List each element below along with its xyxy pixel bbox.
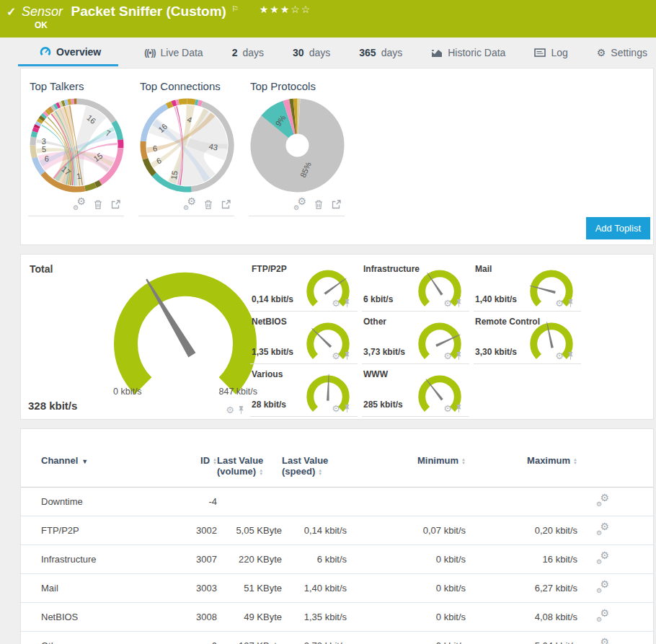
minimum-value: [347, 488, 466, 516]
channel-settings-icon[interactable]: ⚙⚙: [596, 524, 609, 535]
svg-text:6: 6: [152, 144, 157, 153]
toplist-top-talkers: Top Talkers 16715117653 ⚙⚙: [28, 79, 124, 216]
minimum-value: 0,07 kbit/s: [347, 516, 466, 545]
toplist-settings-icon[interactable]: ⚙⚙: [293, 198, 306, 210]
channel-settings-icon[interactable]: ⚙⚙: [596, 552, 609, 564]
column-header-channel[interactable]: Channel▼: [21, 452, 172, 488]
sort-icon: ▲▼: [573, 458, 577, 465]
top-connections-chord-chart[interactable]: 443156616: [138, 97, 236, 194]
external-link-icon[interactable]: [110, 199, 121, 210]
table-row-mail: Mail 3003 51 KByte 1,40 kbit/s 0 kbit/s …: [21, 574, 653, 603]
column-header-minimum[interactable]: Minimum▲▼: [347, 452, 466, 488]
gauge-settings-icon[interactable]: ⚙: [555, 299, 564, 308]
channel-value: 1,35 kbit/s: [252, 347, 293, 357]
toplist-top-protocols: Top Protocols 9%85% ⚙⚙: [249, 79, 345, 216]
toplist-title: Top Talkers: [30, 80, 124, 92]
pin-icon[interactable]: [238, 405, 244, 415]
gauge-settings-icon[interactable]: ⚙: [443, 299, 452, 308]
trash-icon[interactable]: [203, 199, 213, 210]
gauge-settings-icon[interactable]: ⚙: [443, 351, 452, 361]
flag-icon[interactable]: ⚐: [231, 4, 239, 13]
gauge-cell-remote-control: Remote Control 3,30 kbit/s ⚙: [474, 312, 581, 364]
channel-settings-icon[interactable]: ⚙⚙: [596, 639, 609, 644]
gauge-settings-icon[interactable]: ⚙: [332, 404, 340, 413]
tab-number: 365: [359, 47, 376, 58]
channel-value: 3,73 kbit/s: [363, 347, 405, 357]
channel-label: WWW: [363, 369, 388, 379]
channel-value: 1,40 kbit/s: [475, 294, 517, 304]
total-value: 328 kbit/s: [28, 400, 77, 412]
last-value-speed: 1,40 kbit/s: [282, 574, 347, 603]
pin-icon[interactable]: [567, 299, 574, 308]
pin-icon[interactable]: [456, 404, 462, 413]
tab-label: Live Data: [160, 47, 203, 58]
channel-value: 28 kbit/s: [252, 400, 286, 410]
gauge-settings-icon[interactable]: ⚙: [226, 405, 234, 415]
table-row-infrastructure: Infrastructure 3007 220 KByte 6 kbit/s 0…: [21, 545, 653, 574]
tab-overview[interactable]: Overview: [18, 39, 118, 66]
channel-settings-icon[interactable]: ⚙⚙: [596, 495, 609, 506]
pin-icon[interactable]: [456, 351, 462, 361]
external-link-icon[interactable]: [221, 199, 231, 210]
tab-30-days[interactable]: 30 days: [290, 39, 333, 66]
tab-log[interactable]: Log: [531, 39, 570, 66]
last-value-speed: 3,73 kbit/s: [282, 632, 347, 644]
channel-settings-icon[interactable]: ⚙⚙: [596, 581, 609, 593]
last-value-speed: 6 kbit/s: [282, 545, 347, 574]
channel-label: NetBIOS: [252, 317, 287, 327]
add-toplist-button[interactable]: Add Toplist: [586, 217, 650, 239]
gauge-settings-icon[interactable]: ⚙: [332, 299, 340, 308]
channel-value: 3,30 kbit/s: [475, 347, 517, 357]
top-talkers-chord-chart[interactable]: 16715117653: [28, 97, 125, 194]
channel-id: 3002: [172, 516, 217, 545]
pin-icon[interactable]: [344, 404, 350, 413]
top-protocols-pie-chart[interactable]: 9%85%: [249, 97, 346, 194]
gauge-settings-icon[interactable]: ⚙: [332, 351, 340, 361]
tab-label: days: [242, 47, 264, 58]
trash-icon[interactable]: [314, 199, 324, 210]
pin-icon[interactable]: [567, 351, 574, 361]
channel-id: 3003: [172, 574, 217, 603]
maximum-value: 16 kbit/s: [466, 545, 577, 574]
priority-stars[interactable]: ★★★☆☆: [260, 4, 312, 15]
tab-live-data[interactable]: ((•)) Live Data: [141, 39, 205, 66]
column-header-last-value-volume[interactable]: Last Value (volume)▲▼: [217, 452, 282, 488]
sort-desc-icon: ▼: [81, 458, 88, 465]
external-link-icon[interactable]: [331, 199, 342, 210]
gauge-cell-netbios: NetBIOS 1,35 kbit/s ⚙: [250, 312, 358, 364]
toplist-settings-icon[interactable]: ⚙⚙: [183, 198, 196, 210]
pin-icon[interactable]: [456, 299, 462, 308]
tab-historic-data[interactable]: Historic Data: [428, 39, 508, 66]
channel-value: 285 kbit/s: [363, 400, 403, 410]
tab-label: Log: [551, 47, 567, 58]
gauge-settings-icon[interactable]: ⚙: [555, 351, 564, 361]
channel-id: 3008: [172, 603, 217, 632]
toplists-panel: Top Talkers 16715117653 ⚙⚙ Top Connectio…: [20, 68, 654, 245]
toplist-settings-icon[interactable]: ⚙⚙: [73, 198, 86, 210]
channel-settings-icon[interactable]: ⚙⚙: [596, 610, 609, 622]
table-row-netbios: NetBIOS 3008 49 KByte 1,35 kbit/s 0 kbit…: [21, 603, 653, 632]
svg-text:15: 15: [169, 170, 179, 180]
svg-text:6: 6: [45, 154, 49, 163]
pin-icon[interactable]: [344, 299, 350, 308]
tab-2-days[interactable]: 2 days: [229, 39, 267, 66]
total-gauge: [106, 262, 265, 407]
tab-settings[interactable]: ⚙ Settings: [594, 39, 650, 66]
gauge-cell-ftp-p2p: FTP/P2P 0,14 kbit/s ⚙: [250, 259, 358, 312]
tab-bar: Overview ((•)) Live Data 2 days 30 days …: [0, 38, 656, 68]
last-value-speed: [282, 488, 347, 516]
channel-id: 3007: [172, 545, 217, 574]
trash-icon[interactable]: [93, 199, 103, 210]
toplist-top-connections: Top Connections 443156616 ⚙⚙: [138, 79, 234, 216]
tab-365-days[interactable]: 365 days: [356, 39, 405, 66]
column-header-id[interactable]: ID▲▼: [172, 452, 217, 488]
column-header-maximum[interactable]: Maximum▲▼: [466, 452, 577, 488]
column-header-last-value-speed[interactable]: Last Value (speed)▲▼: [282, 452, 347, 488]
gauge-cell-empty: [474, 364, 581, 417]
last-value-volume: 220 KByte: [217, 545, 282, 574]
minimum-value: 0 kbit/s: [347, 574, 466, 603]
channel-label: Various: [252, 369, 283, 379]
status-ok-check-icon: ✓: [6, 5, 16, 19]
pin-icon[interactable]: [344, 351, 350, 361]
gauge-settings-icon[interactable]: ⚙: [443, 404, 452, 413]
